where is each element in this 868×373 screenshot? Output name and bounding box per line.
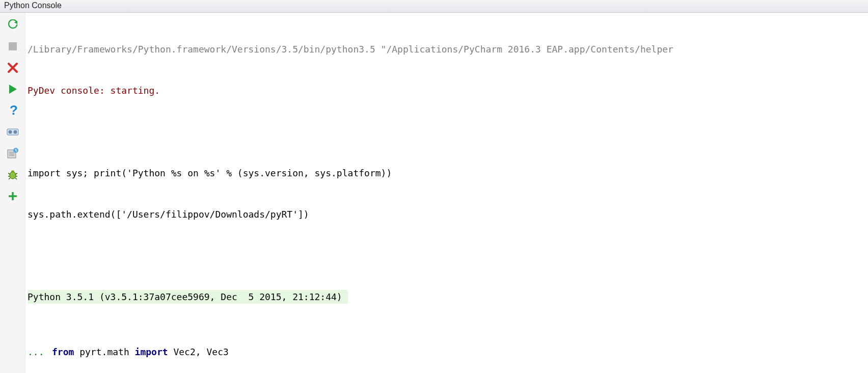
run-button[interactable] [6, 82, 20, 96]
plus-icon [8, 191, 18, 201]
import-keyword: import [135, 345, 168, 359]
blank-line [28, 249, 868, 262]
stop-button[interactable] [6, 39, 20, 54]
gutter-toolbar: ? [0, 13, 25, 373]
interpreter-path-line: /Library/Frameworks/Python.framework/Ver… [28, 42, 868, 56]
blank-line [28, 125, 868, 139]
attach-debugger-button[interactable] [6, 168, 20, 182]
help-icon: ? [8, 104, 18, 117]
startup-line: PyDev console: starting. [28, 84, 868, 97]
console-output[interactable]: /Library/Frameworks/Python.framework/Ver… [25, 13, 868, 373]
history-button[interactable] [6, 146, 20, 161]
close-icon [8, 63, 18, 73]
close-button[interactable] [6, 61, 20, 75]
svg-line-23 [15, 178, 17, 179]
module-name: pyrt.math [74, 345, 134, 359]
from-keyword: from [52, 345, 74, 359]
new-console-button[interactable] [6, 189, 20, 203]
svg-point-8 [13, 130, 17, 134]
version-banner-text: Python 3.5.1 (v3.5.1:37a07cee5969, Dec 5… [28, 290, 348, 304]
main-area: ? [0, 13, 868, 373]
show-variables-button[interactable] [6, 125, 20, 139]
bug-icon [7, 169, 19, 180]
rerun-button[interactable] [6, 18, 20, 32]
svg-point-7 [8, 130, 12, 134]
play-icon [8, 84, 18, 95]
watch-icon [7, 127, 19, 137]
stop-icon [8, 42, 17, 51]
continuation-prompt: ... [28, 345, 52, 359]
code-line: ... from pyrt.math import Vec2, Vec3 [28, 345, 868, 359]
svg-rect-1 [9, 42, 17, 50]
sys-path-line: sys.path.extend(['/Users/filippov/Downlo… [28, 207, 868, 221]
svg-marker-4 [9, 85, 17, 94]
version-banner-line: Python 3.5.1 (v3.5.1:37a07cee5969, Dec 5… [28, 290, 868, 304]
svg-line-20 [9, 178, 10, 179]
imported-names: Vec2, Vec3 [168, 345, 229, 359]
import-sys-line: import sys; print('Python %s on %s' % (s… [28, 166, 868, 180]
rerun-icon [7, 19, 18, 31]
help-button[interactable]: ? [6, 103, 20, 118]
svg-text:?: ? [10, 104, 18, 117]
panel-title: Python Console [0, 0, 868, 13]
history-icon [7, 148, 18, 159]
